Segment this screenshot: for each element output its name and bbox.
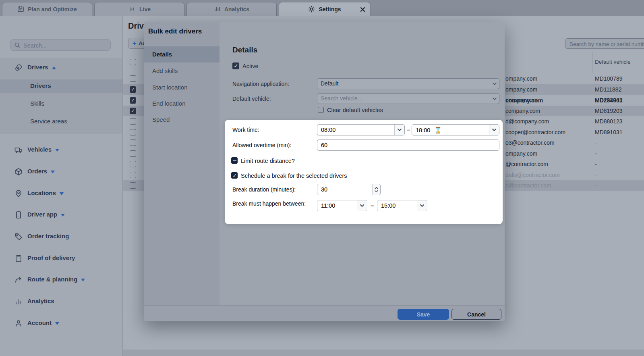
select-all-checkbox[interactable] <box>130 59 136 65</box>
active-label: Active <box>242 63 259 69</box>
modal-section-heading: Details <box>232 46 257 54</box>
break-duration-input[interactable] <box>321 185 361 194</box>
drivers-icon <box>14 64 23 72</box>
work-time-to-select[interactable]: 18:00⌛ <box>412 124 499 135</box>
range-dash: – <box>371 202 374 209</box>
tab-bar: Plan and Optimize Live Analytics Setting… <box>0 0 644 16</box>
row-checkbox[interactable] <box>130 86 136 93</box>
default-vehicle-placeholder: Search vehicle... <box>321 95 362 102</box>
driver-email: ompany.com <box>505 86 537 93</box>
tab-settings[interactable]: Settings <box>279 2 371 16</box>
navigation-application-select[interactable]: Default <box>317 78 499 89</box>
sidebar-item-label: Driver app <box>27 211 57 218</box>
sidebar-item-label: Order tracking <box>27 233 69 239</box>
sidebar-search[interactable] <box>10 39 111 51</box>
range-dash: – <box>407 126 410 133</box>
table-search-input[interactable] <box>569 39 644 49</box>
sidebar-item-label: Skills <box>30 100 44 107</box>
route-planning-icon <box>14 276 23 284</box>
sidebar-item-label: Vehicles <box>27 146 52 153</box>
sidebar-item-locations[interactable]: Locations <box>0 187 122 200</box>
sidebar-item-vehicles[interactable]: Vehicles <box>0 143 122 157</box>
navigation-application-value: Default <box>321 80 338 87</box>
horizontal-scrollbar[interactable] <box>123 350 644 356</box>
sidebar-item-order-tracking[interactable]: Order tracking <box>0 230 122 244</box>
sidebar-item-driver-app[interactable]: Driver app <box>0 208 122 222</box>
save-button[interactable]: Save <box>398 309 449 320</box>
break-to-select[interactable]: 15:00 <box>377 200 427 211</box>
modal-title: Bulk edit drivers <box>148 27 202 35</box>
sidebar-item-service-areas[interactable]: Service areas <box>0 115 122 129</box>
driver-email: ompany.com <box>505 97 537 103</box>
row-checkbox[interactable] <box>130 118 136 125</box>
limit-route-distance-checkbox[interactable] <box>231 157 238 164</box>
row-checkbox[interactable] <box>130 150 136 157</box>
tab-analytics[interactable]: Analytics <box>186 2 277 16</box>
modal-nav-start-location[interactable]: Start location <box>144 79 219 96</box>
modal-nav-speed[interactable]: Speed <box>144 112 219 128</box>
break-between-label: Break must happen between: <box>232 200 307 208</box>
chevron-down-icon <box>60 192 64 195</box>
sidebar-item-orders[interactable]: Orders <box>0 165 122 179</box>
sidebar-item-drivers[interactable]: Drivers <box>0 79 122 93</box>
close-icon[interactable] <box>360 6 365 12</box>
app-window: Plan and Optimize Live Analytics Setting… <box>0 0 644 356</box>
row-checkbox[interactable] <box>130 97 136 103</box>
number-stepper[interactable] <box>372 184 380 195</box>
chevron-up-icon <box>52 67 56 69</box>
sidebar-item-proof-of-delivery[interactable]: Proof of delivery <box>0 252 122 265</box>
break-duration-field <box>317 184 381 195</box>
driver-vehicle: - <box>595 172 597 178</box>
allowed-overtime-input[interactable] <box>321 141 475 150</box>
chevron-down-icon <box>394 125 404 135</box>
chevron-down-icon <box>55 322 59 325</box>
row-checkbox[interactable] <box>130 75 136 82</box>
row-checkbox[interactable] <box>130 172 136 178</box>
sidebar-item-drivers-group[interactable]: Drivers <box>0 61 122 75</box>
row-checkbox[interactable] <box>130 182 136 189</box>
calendar-icon <box>17 6 24 12</box>
default-vehicle-select[interactable]: Search vehicle... <box>317 93 499 104</box>
sidebar-item-label: Orders <box>27 168 47 175</box>
active-checkbox[interactable] <box>232 62 239 69</box>
row-checkbox[interactable] <box>130 161 136 167</box>
work-time-from-select[interactable]: 08:00 <box>317 124 405 135</box>
tab-plan-and-optimize[interactable]: Plan and Optimize <box>2 2 92 16</box>
sidebar-search-input[interactable] <box>23 40 109 51</box>
tab-label: Plan and Optimize <box>28 6 77 12</box>
live-signal-icon <box>128 6 136 12</box>
modal-nav-add-skills[interactable]: Add skills <box>144 63 219 79</box>
driver-email: company.com <box>505 108 540 114</box>
sidebar-item-label: Service areas <box>30 118 67 125</box>
table-search[interactable] <box>565 38 644 49</box>
sidebar-item-route-planning[interactable]: Route & planning <box>0 273 122 287</box>
chevron-up-icon <box>375 187 378 189</box>
clear-default-vehicles-checkbox[interactable] <box>318 107 324 113</box>
chevron-down-icon <box>55 149 59 152</box>
driver-app-icon <box>14 211 23 219</box>
sidebar-item-label: Route & planning <box>27 276 77 283</box>
search-icon <box>14 42 21 48</box>
modal-nav-details[interactable]: Details <box>144 46 219 62</box>
break-to-value: 15:00 <box>381 202 396 209</box>
work-time-from-value: 08:00 <box>321 127 335 133</box>
row-checkbox[interactable] <box>130 108 136 114</box>
driver-email: @contractor.com <box>505 161 548 167</box>
modal-nav-end-location[interactable]: End location <box>144 96 219 112</box>
plus-icon: + <box>133 40 136 47</box>
sidebar-item-label: Locations <box>27 189 56 196</box>
account-icon <box>14 319 23 327</box>
schedule-break-checkbox[interactable] <box>231 172 238 179</box>
row-checkbox[interactable] <box>130 139 136 146</box>
break-from-select[interactable]: 11:00 <box>317 200 367 211</box>
row-checkbox[interactable] <box>130 129 136 135</box>
tab-live[interactable]: Live <box>94 2 184 16</box>
vehicles-icon <box>14 146 23 154</box>
cancel-button[interactable]: Cancel <box>451 309 501 320</box>
order-tracking-icon <box>14 233 23 241</box>
driver-vehicle: - <box>595 161 597 167</box>
driver-vehicle: - <box>595 150 597 157</box>
sidebar-item-skills[interactable]: Skills <box>0 97 122 111</box>
sidebar-item-account[interactable]: Account <box>0 316 122 330</box>
sidebar-item-analytics[interactable]: Analytics <box>0 295 122 308</box>
